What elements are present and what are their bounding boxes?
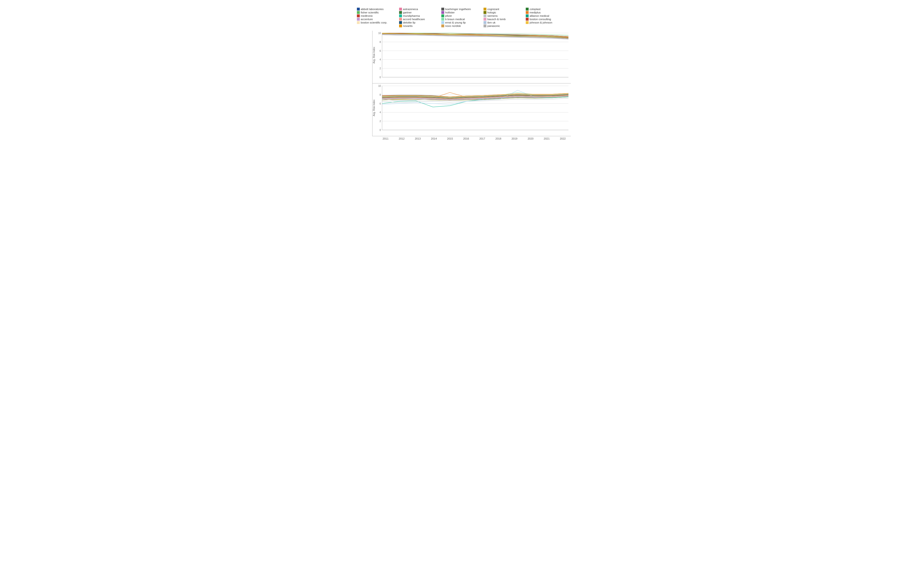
- x-axis-row: 2011201220132014201520162017201820192020…: [378, 137, 571, 140]
- legend-item: boston consulting: [526, 18, 564, 21]
- chart2: 0246810Avg. Risk Index: [355, 83, 571, 136]
- svg-text:6: 6: [379, 102, 381, 105]
- svg-text:Avg. Risk Index: Avg. Risk Index: [373, 47, 375, 63]
- legend-item: fisher scientific: [357, 11, 395, 14]
- x-tick: 2016: [458, 137, 474, 140]
- chart2-y-inner-label: [355, 83, 372, 136]
- x-tick: 2021: [539, 137, 555, 140]
- svg-text:0: 0: [379, 76, 381, 79]
- legend-item: coloplast: [526, 8, 564, 11]
- svg-text:2: 2: [379, 120, 381, 123]
- svg-text:4: 4: [379, 111, 381, 114]
- chart1-y-inner-label: [355, 31, 372, 83]
- legend-item: accord healthcare: [399, 18, 438, 21]
- chart-wrapper: 0246810Avg. Risk Index 0246810Avg. Risk …: [350, 31, 571, 140]
- legend-item: hologic: [483, 11, 522, 14]
- legend-item: b braun medical: [441, 18, 480, 21]
- legend-container: abbott laboratoriesastrazenecaboehringer…: [350, 8, 571, 28]
- legend-item: medtronic: [357, 15, 395, 17]
- chart1-area: 0246810Avg. Risk Index: [372, 31, 571, 83]
- x-tick: 2011: [378, 137, 394, 140]
- legend-item: siemens: [483, 15, 522, 17]
- x-tick: 2013: [410, 137, 426, 140]
- chart2-area: 0246810Avg. Risk Index: [372, 83, 571, 136]
- svg-text:0: 0: [379, 129, 381, 132]
- legend-item: novartis: [399, 24, 438, 28]
- x-tick: 2022: [555, 137, 571, 140]
- legend-item: mediplus: [526, 11, 564, 14]
- svg-text:8: 8: [379, 94, 381, 96]
- charts-column: 0246810Avg. Risk Index 0246810Avg. Risk …: [355, 31, 571, 140]
- chart1: 0246810Avg. Risk Index: [355, 31, 571, 83]
- x-tick: 2014: [426, 137, 442, 140]
- legend-item: johnson & johnson: [526, 21, 564, 24]
- legend-item: ernst & young llp: [441, 21, 480, 24]
- legend-item: ibm uk: [483, 21, 522, 24]
- legend-grid: abbott laboratoriesastrazenecaboehringer…: [350, 8, 571, 28]
- legend-item: alliance medical: [526, 15, 564, 17]
- x-tick: 2018: [490, 137, 506, 140]
- legend-item: panasonic: [483, 24, 522, 28]
- legend-item: astrazeneca: [399, 8, 438, 11]
- x-tick: 2019: [506, 137, 522, 140]
- svg-text:6: 6: [379, 50, 381, 52]
- legend-item: pfizer: [441, 15, 480, 17]
- y-axis-outer-label: [350, 31, 355, 140]
- legend-item: boehringer ingelheim: [441, 8, 480, 11]
- legend-item: mundipharma: [399, 15, 438, 17]
- legend-item: gartner: [399, 11, 438, 14]
- svg-text:10: 10: [378, 84, 381, 87]
- svg-text:Avg. Risk Index: Avg. Risk Index: [373, 99, 375, 116]
- legend-item: abbott laboratories: [357, 8, 395, 11]
- legend-item: cognizant: [483, 8, 522, 11]
- svg-text:10: 10: [378, 32, 381, 34]
- x-tick: 2017: [474, 137, 490, 140]
- legend-item: boston scientific corp.: [357, 21, 395, 24]
- legend-item: novo nordisk: [441, 24, 480, 28]
- svg-text:2: 2: [379, 67, 381, 70]
- legend-item: bausch & lomb: [483, 18, 522, 21]
- x-tick: 2015: [442, 137, 458, 140]
- x-tick: 2012: [394, 137, 410, 140]
- legend-item: accenture: [357, 18, 395, 21]
- legend-item: hollister: [441, 11, 480, 14]
- x-tick: 2020: [522, 137, 539, 140]
- legend-item: deloitte llp: [399, 21, 438, 24]
- svg-text:4: 4: [379, 58, 381, 61]
- svg-text:8: 8: [379, 41, 381, 44]
